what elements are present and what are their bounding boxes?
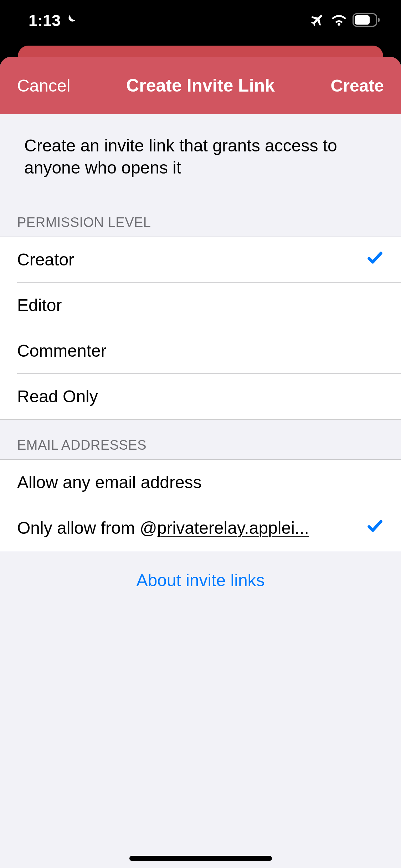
airplane-icon [310, 12, 325, 29]
battery-icon [353, 13, 380, 28]
checkmark-icon [366, 249, 384, 270]
status-time: 1:13 [29, 11, 61, 30]
about-link-container: About invite links [0, 551, 401, 609]
moon-icon [64, 11, 77, 30]
checkmark-icon [366, 517, 384, 539]
email-option-domain[interactable]: Only allow from @privaterelay.applei... [0, 505, 401, 551]
create-invite-modal: Cancel Create Invite Link Create Create … [0, 57, 401, 868]
status-time-group: 1:13 [18, 11, 77, 30]
email-option-label: Only allow from @privaterelay.applei... [17, 518, 309, 538]
status-right-icons [310, 12, 383, 29]
about-invite-links-link[interactable]: About invite links [136, 570, 264, 590]
permission-option-editor[interactable]: Editor [0, 283, 401, 328]
create-button[interactable]: Create [331, 76, 384, 95]
email-option-any[interactable]: Allow any email address [0, 460, 401, 505]
permission-list: Creator Editor Commenter [0, 237, 401, 420]
nav-bar: Cancel Create Invite Link Create [0, 57, 401, 114]
wifi-icon [331, 13, 347, 28]
permission-option-label: Commenter [17, 341, 107, 361]
permission-section-header: PERMISSION LEVEL [0, 197, 401, 237]
home-indicator[interactable] [129, 856, 272, 861]
permission-option-label: Read Only [17, 387, 98, 406]
permission-option-label: Editor [17, 295, 62, 315]
email-option-label: Allow any email address [17, 472, 202, 492]
permission-option-readonly[interactable]: Read Only [0, 374, 401, 419]
email-section-header: EMAIL ADDRESSES [0, 420, 401, 459]
permission-option-label: Creator [17, 250, 74, 269]
description-text: Create an invite link that grants access… [0, 114, 401, 197]
nav-title: Create Invite Link [126, 75, 275, 96]
svg-rect-1 [355, 15, 370, 25]
email-list: Allow any email address Only allow from … [0, 459, 401, 551]
permission-option-commenter[interactable]: Commenter [0, 328, 401, 374]
cancel-button[interactable]: Cancel [17, 76, 70, 95]
status-bar: 1:13 [0, 0, 401, 46]
permission-option-creator[interactable]: Creator [0, 237, 401, 283]
